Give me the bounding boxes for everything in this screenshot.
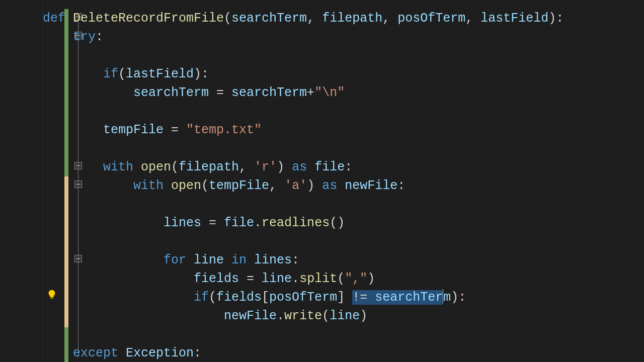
code-editor[interactable]: def DeleteRecordFromFile(searchTerm, fil…: [0, 0, 644, 362]
code-line: searchTerm = searchTerm+"\n": [43, 83, 345, 102]
code-line: if(fields[posOfTerm] != searchTerm):: [43, 288, 466, 307]
gutter: [0, 0, 43, 362]
code-line: with open(tempFile, 'a') as newFile:: [43, 176, 405, 195]
code-line: lines = file.readlines(): [43, 214, 345, 232]
code-line: fields = line.split(","): [43, 269, 375, 288]
code-line: if(lastField):: [43, 65, 209, 83]
code-line: try:: [43, 28, 103, 46]
code-line: newFile.write(line): [43, 307, 367, 325]
code-text-area[interactable]: def DeleteRecordFromFile(searchTerm, fil…: [43, 0, 644, 362]
text-caret: [443, 289, 443, 303]
text-selection: != searchTer: [352, 290, 443, 305]
code-line: except Exception:: [43, 344, 201, 362]
code-line: tempFile = "temp.txt": [43, 121, 262, 139]
code-line: with open(filepath, 'r') as file:: [43, 158, 352, 176]
code-line: def DeleteRecordFromFile(searchTerm, fil…: [43, 9, 564, 28]
code-line: for line in lines:: [43, 251, 299, 269]
